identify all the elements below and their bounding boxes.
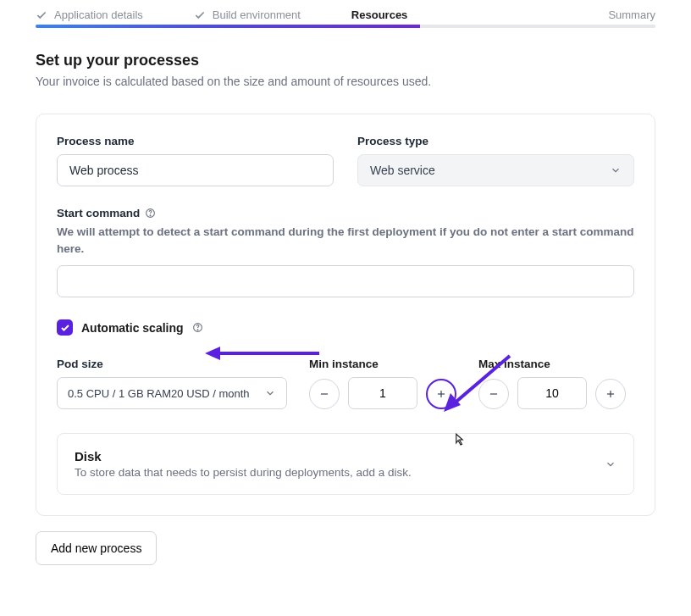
- chevron-down-icon: [264, 387, 276, 399]
- step-summary[interactable]: Summary: [608, 8, 655, 21]
- process-card: Process name Process type Web service St…: [36, 114, 655, 516]
- max-instance-increment[interactable]: [595, 379, 626, 409]
- step-label: Build environment: [213, 8, 301, 21]
- min-instance-increment[interactable]: [426, 379, 456, 409]
- step-label: Summary: [608, 8, 655, 21]
- step-label: Application details: [54, 8, 143, 21]
- progress-bar: [36, 25, 655, 28]
- page-subtitle: Your invoice is calculated based on the …: [36, 75, 655, 88]
- chevron-down-icon: [605, 458, 616, 470]
- plus-icon: [435, 388, 447, 400]
- pod-size-select[interactable]: 0.5 CPU / 1 GB RAM20 USD / month: [57, 377, 287, 409]
- minus-icon: [488, 388, 500, 400]
- minus-icon: [318, 388, 330, 400]
- add-process-button[interactable]: Add new process: [36, 531, 157, 565]
- progress-seg-1: [36, 25, 228, 28]
- process-type-label: Process type: [357, 135, 634, 147]
- max-instance-label: Max instance: [478, 358, 626, 370]
- max-instance-input[interactable]: [517, 377, 587, 409]
- auto-scaling-label: Automatic scaling: [81, 321, 184, 335]
- chevron-down-icon: [610, 164, 622, 176]
- progress-seg-2: [228, 25, 420, 28]
- check-icon: [60, 323, 70, 333]
- start-command-hint: We will attempt to detect a start comman…: [57, 224, 634, 257]
- pod-size-label: Pod size: [57, 358, 287, 370]
- step-build-environment[interactable]: Build environment: [194, 8, 301, 21]
- page-title: Set up your processes: [36, 52, 655, 69]
- min-instance-decrement[interactable]: [309, 379, 340, 409]
- process-type-value: Web service: [370, 164, 435, 177]
- process-name-input[interactable]: [57, 154, 334, 186]
- auto-scaling-checkbox[interactable]: [57, 319, 73, 336]
- min-instance-label: Min instance: [309, 358, 456, 370]
- step-resources[interactable]: Resources: [351, 8, 407, 21]
- disk-section[interactable]: Disk To store data that needs to persist…: [57, 433, 634, 495]
- start-command-label: Start command: [57, 207, 140, 219]
- plus-icon: [605, 388, 616, 400]
- stepper: Application details Build environment Re…: [36, 0, 655, 25]
- progress-seg-3: [420, 25, 655, 28]
- svg-point-3: [197, 330, 198, 330]
- svg-point-1: [150, 215, 151, 216]
- check-icon: [36, 9, 47, 21]
- help-icon[interactable]: [192, 322, 203, 333]
- process-name-label: Process name: [57, 135, 334, 147]
- min-instance-input[interactable]: [348, 377, 417, 409]
- check-icon: [194, 9, 206, 21]
- start-command-input[interactable]: [57, 265, 634, 297]
- pod-size-value: 0.5 CPU / 1 GB RAM20 USD / month: [68, 387, 250, 400]
- step-application-details[interactable]: Application details: [36, 8, 143, 21]
- cursor-icon: [451, 432, 466, 447]
- process-type-select[interactable]: Web service: [357, 154, 634, 186]
- disk-title: Disk: [75, 449, 412, 463]
- max-instance-decrement[interactable]: [478, 379, 509, 409]
- disk-description: To store data that needs to persist duri…: [75, 466, 412, 479]
- step-label: Resources: [351, 8, 407, 21]
- help-icon[interactable]: [145, 208, 156, 219]
